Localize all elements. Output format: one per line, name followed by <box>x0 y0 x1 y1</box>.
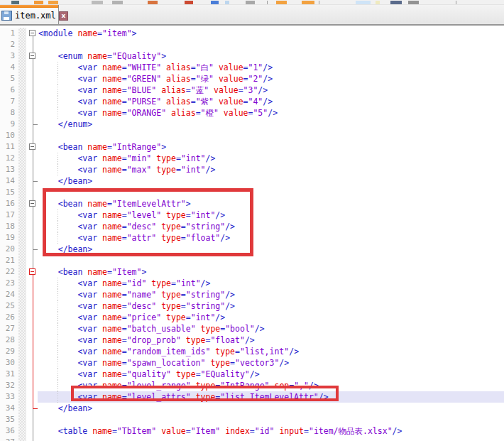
code-line[interactable]: </enum> <box>38 119 504 130</box>
indent-guide <box>57 334 58 346</box>
code-line[interactable]: <var name="id" type="int"/> <box>38 278 504 289</box>
bookmark-margin <box>18 289 26 300</box>
code-line[interactable]: <table name="TbItem" value="Item" index=… <box>38 425 504 437</box>
code-line[interactable]: <var name="price" type="int"/> <box>38 312 504 323</box>
line-number: 34 <box>0 403 18 414</box>
fold-margin <box>26 209 38 221</box>
line-number: 13 <box>0 164 18 175</box>
code-line[interactable] <box>38 255 504 266</box>
toolbar-icon-fragment <box>456 1 456 4</box>
fold-collapse-marker[interactable] <box>29 143 35 150</box>
fold-collapse-marker[interactable] <box>29 200 35 207</box>
code-row: 32 <var name="level_range" type="IntRang… <box>0 380 504 391</box>
bookmark-margin <box>18 187 26 198</box>
code-editor[interactable]: 1<module name="item">23 <enum name="EQua… <box>0 26 504 441</box>
fold-margin <box>26 187 38 198</box>
fold-collapse-marker[interactable] <box>29 30 35 36</box>
code-line[interactable]: <var name="batch_usable" type="bool"/> <box>38 323 504 334</box>
bookmark-margin <box>18 96 26 107</box>
code-line[interactable]: <var name="name" type="string"/> <box>38 289 504 300</box>
code-line[interactable]: <module name="item"> <box>38 28 504 39</box>
bookmark-margin <box>18 437 26 441</box>
code-row: 16 <bean name="ItemLevelAttr"> <box>0 198 504 209</box>
fold-end-tick <box>33 408 38 409</box>
code-line[interactable] <box>38 130 504 141</box>
line-number: 16 <box>0 198 18 209</box>
bookmark-margin <box>18 357 26 369</box>
code-line[interactable]: <var name="random_item_ids" type="list,i… <box>38 346 504 357</box>
code-line[interactable]: <enum name="EQuality"> <box>38 50 504 62</box>
toolbar-icon-fragment <box>356 1 371 4</box>
line-number: 19 <box>0 232 18 244</box>
fold-margin <box>26 50 38 62</box>
code-line[interactable]: <bean name="IntRange"> <box>38 141 504 153</box>
code-line[interactable] <box>38 414 504 425</box>
code-line[interactable] <box>38 437 504 441</box>
fold-margin <box>26 437 38 441</box>
code-line[interactable]: <var name="WHITE" alias="白" value="1"/> <box>38 62 504 73</box>
toolbar-icon-fragment <box>48 1 58 4</box>
fold-margin <box>26 425 38 437</box>
code-line[interactable]: <var name="drop_prob" type="float"/> <box>38 334 504 346</box>
fold-margin <box>26 175 38 187</box>
line-number: 37 <box>0 437 18 441</box>
indent-guide <box>57 312 58 323</box>
indent-guide <box>57 62 58 73</box>
fold-margin <box>26 107 38 119</box>
code-line[interactable]: </bean> <box>38 403 504 414</box>
code-line[interactable] <box>38 39 504 50</box>
code-row: 33 <var name="level_attrs" type="list,It… <box>0 391 504 403</box>
bookmark-margin <box>18 62 26 73</box>
code-line[interactable]: <var name="PURSE" alias="紫" value="4"/> <box>38 96 504 107</box>
code-line[interactable] <box>38 187 504 198</box>
code-line[interactable]: <var name="GREEN" alias="绿" value="2"/> <box>38 73 504 85</box>
fold-margin <box>26 164 38 175</box>
bookmark-margin <box>18 153 26 164</box>
code-line[interactable]: <var name="desc" type="string"/> <box>38 221 504 232</box>
fold-margin <box>26 96 38 107</box>
line-number: 30 <box>0 357 18 369</box>
line-number: 27 <box>0 323 18 334</box>
code-row: 29 <var name="random_item_ids" type="lis… <box>0 346 504 357</box>
bookmark-margin <box>18 50 26 62</box>
line-number: 32 <box>0 380 18 391</box>
toolbar-icon-fragment <box>148 1 158 4</box>
code-row: 5 <var name="GREEN" alias="绿" value="2"/… <box>0 73 504 85</box>
bookmark-margin <box>18 414 26 425</box>
code-line[interactable]: <bean name="ItemLevelAttr"> <box>38 198 504 209</box>
code-line[interactable]: </bean> <box>38 244 504 255</box>
code-line[interactable]: <var name="ORANGE" alias="橙" value="5"/> <box>38 107 504 119</box>
code-line[interactable]: <var name="desc" type="string"/> <box>38 300 504 312</box>
indent-guide <box>57 96 58 107</box>
close-icon[interactable]: x <box>59 11 68 21</box>
code-row: 9 </enum> <box>0 119 504 130</box>
code-line[interactable]: <var name="attr" type="float"/> <box>38 232 504 244</box>
bookmark-margin <box>18 119 26 130</box>
code-line[interactable]: <var name="level_attrs" type="list,ItemL… <box>38 391 504 403</box>
fold-margin <box>26 62 38 73</box>
code-line[interactable]: </bean> <box>38 175 504 187</box>
code-line[interactable]: <var name="spawn_location" type="vector3… <box>38 357 504 369</box>
bookmark-margin <box>18 73 26 85</box>
code-line[interactable]: <var name="BLUE" alias="蓝" value="3"/> <box>38 85 504 96</box>
fold-collapse-marker[interactable] <box>29 268 35 275</box>
line-number: 12 <box>0 153 18 164</box>
code-line[interactable]: <var name="min" type="int"/> <box>38 153 504 164</box>
bookmark-margin <box>18 346 26 357</box>
code-row: 28 <var name="drop_prob" type="float"/> <box>0 334 504 346</box>
tab-item-xml[interactable]: item.xml x <box>0 5 59 24</box>
line-number: 10 <box>0 130 18 141</box>
line-number: 14 <box>0 175 18 187</box>
code-line[interactable]: <var name="quality" type="EQuality"/> <box>38 369 504 380</box>
code-line[interactable]: <var name="max" type="int"/> <box>38 164 504 175</box>
fold-margin <box>26 300 38 312</box>
code-line[interactable]: <bean name="Item"> <box>38 266 504 278</box>
fold-margin <box>26 380 38 391</box>
line-number: 5 <box>0 73 18 85</box>
fold-collapse-marker[interactable] <box>29 53 35 59</box>
code-line[interactable]: <var name="level" type="int"/> <box>38 209 504 221</box>
code-row: 31 <var name="quality" type="EQuality"/> <box>0 369 504 380</box>
bookmark-margin <box>18 175 26 187</box>
fold-margin <box>26 153 38 164</box>
code-line[interactable]: <var name="level_range" type="IntRange" … <box>38 380 504 391</box>
